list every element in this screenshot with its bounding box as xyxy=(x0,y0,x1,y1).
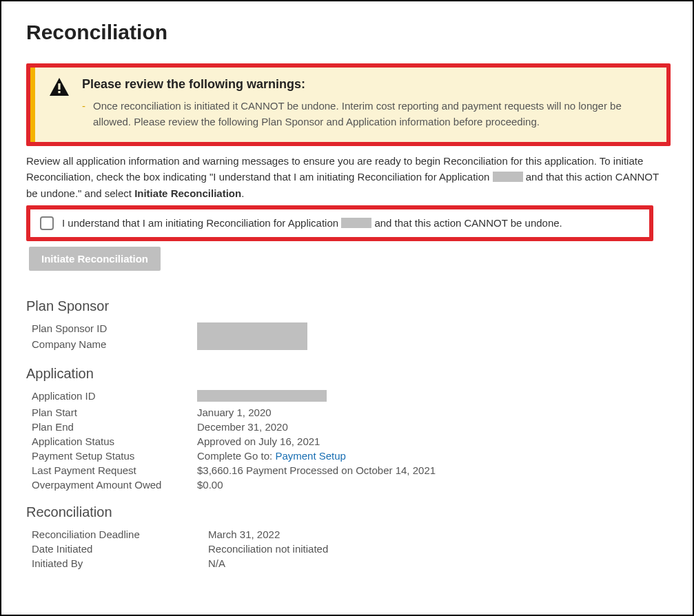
warning-highlight: Please review the following warnings: On… xyxy=(26,63,671,146)
table-row: Reconciliation Deadline March 31, 2022 xyxy=(26,527,671,542)
initiated-by-value: N/A xyxy=(208,556,671,571)
reconciliation-deadline-label: Reconciliation Deadline xyxy=(26,527,208,542)
date-initiated-value: Reconciliation not initiated xyxy=(208,542,671,556)
application-id-label: Application ID xyxy=(26,389,197,405)
overpayment-label: Overpayment Amount Owed xyxy=(26,478,197,492)
svg-rect-1 xyxy=(58,83,60,90)
application-status-value: Approved on July 16, 2021 xyxy=(197,434,671,449)
table-row: Application ID xyxy=(26,389,671,405)
consent-part2: and that this action CANNOT be undone. xyxy=(371,217,562,229)
warning-content: Please review the following warnings: On… xyxy=(82,77,651,130)
svg-rect-2 xyxy=(58,91,60,93)
warning-triangle-icon xyxy=(49,77,70,99)
application-table: Application ID Plan Start January 1, 202… xyxy=(26,389,671,492)
plan-start-value: January 1, 2020 xyxy=(197,405,671,420)
plan-sponsor-id-label: Plan Sponsor ID xyxy=(26,321,197,338)
payment-setup-value: Complete Go to: Payment Setup xyxy=(197,449,671,463)
table-row: Initiated By N/A xyxy=(26,556,671,571)
initiated-by-label: Initiated By xyxy=(26,556,208,571)
application-id-redacted xyxy=(197,389,671,405)
intro-bold: Initiate Reconciliation xyxy=(134,187,241,199)
warning-banner: Please review the following warnings: On… xyxy=(30,68,666,142)
company-name-label: Company Name xyxy=(26,337,197,353)
overpayment-value: $0.00 xyxy=(197,478,671,492)
table-row: Last Payment Request $3,660.16 Payment P… xyxy=(26,463,671,478)
plan-end-label: Plan End xyxy=(26,420,197,434)
application-status-label: Application Status xyxy=(26,434,197,449)
table-row: Plan Sponsor ID xyxy=(26,321,671,338)
page-frame: Reconciliation Please review the followi… xyxy=(0,0,694,616)
application-heading: Application xyxy=(26,366,671,382)
warning-title: Please review the following warnings: xyxy=(82,77,651,92)
plan-end-value: December 31, 2020 xyxy=(197,420,671,434)
payment-setup-prefix: Complete Go to: xyxy=(197,450,275,462)
intro-text: Review all application information and w… xyxy=(26,153,671,201)
payment-setup-label: Payment Setup Status xyxy=(26,449,197,463)
table-row: Plan Start January 1, 2020 xyxy=(26,405,671,420)
table-row: Date Initiated Reconciliation not initia… xyxy=(26,542,671,556)
date-initiated-label: Date Initiated xyxy=(26,542,208,556)
plan-sponsor-table: Plan Sponsor ID Company Name xyxy=(26,321,671,353)
redacted-app-id-inline xyxy=(493,172,523,182)
plan-sponsor-redacted xyxy=(197,321,671,353)
consent-highlight: I understand that I am initiating Reconc… xyxy=(26,205,653,241)
reconciliation-deadline-value: March 31, 2022 xyxy=(208,527,671,542)
consent-label: I understand that I am initiating Reconc… xyxy=(62,217,562,229)
payment-setup-link[interactable]: Payment Setup xyxy=(275,450,346,462)
initiate-reconciliation-button[interactable]: Initiate Reconciliation xyxy=(29,247,161,271)
intro-part3: . xyxy=(241,187,244,199)
page-title: Reconciliation xyxy=(26,21,671,44)
warning-item: Once reconciliation is initiated it CANN… xyxy=(82,99,651,130)
consent-part1: I understand that I am initiating Reconc… xyxy=(62,217,341,229)
consent-checkbox[interactable] xyxy=(40,216,54,230)
warning-list: Once reconciliation is initiated it CANN… xyxy=(82,99,651,130)
plan-start-label: Plan Start xyxy=(26,405,197,420)
reconciliation-heading: Reconciliation xyxy=(26,504,671,520)
reconciliation-table: Reconciliation Deadline March 31, 2022 D… xyxy=(26,527,671,571)
redacted-app-id-consent xyxy=(341,218,371,228)
last-payment-label: Last Payment Request xyxy=(26,463,197,478)
table-row: Payment Setup Status Complete Go to: Pay… xyxy=(26,449,671,463)
table-row: Overpayment Amount Owed $0.00 xyxy=(26,478,671,492)
plan-sponsor-heading: Plan Sponsor xyxy=(26,298,671,314)
last-payment-value: $3,660.16 Payment Processed on October 1… xyxy=(197,463,671,478)
table-row: Application Status Approved on July 16, … xyxy=(26,434,671,449)
table-row: Plan End December 31, 2020 xyxy=(26,420,671,434)
